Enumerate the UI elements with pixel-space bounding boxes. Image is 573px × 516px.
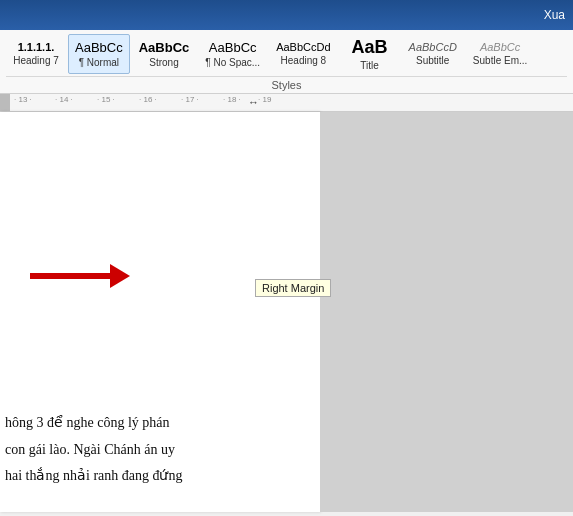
ruler-mark-17: · 17 · — [181, 95, 199, 104]
style-normal[interactable]: AaBbCc ¶ Normal — [68, 34, 130, 74]
ruler[interactable]: · 13 · · 14 · · 15 · · 16 · · 17 · · 18 … — [0, 94, 573, 112]
style-heading8[interactable]: AaBbCcDd Heading 8 — [269, 34, 337, 74]
resize-icon: ↔ — [248, 96, 257, 108]
style-preview-heading7: 1.1.1.1. — [18, 41, 55, 54]
style-preview-title: AaB — [352, 37, 388, 59]
ruler-mark-15: · 15 · — [97, 95, 115, 104]
doc-line-3: hai thắng nhải ranh đang đứng — [5, 465, 310, 487]
style-preview-nospace: AaBbCc — [209, 40, 257, 56]
username: Xua — [544, 8, 565, 22]
page-white[interactable]: hông 3 để nghe công lý phán con gái lào.… — [0, 112, 320, 512]
ruler-mark-14: · 14 · — [55, 95, 73, 104]
right-margin-handle[interactable]: ↔ — [248, 96, 257, 108]
arrow-line — [30, 273, 110, 279]
styles-ribbon: 1.1.1.1. Heading 7 AaBbCc ¶ Normal AaBbC… — [0, 30, 573, 94]
style-preview-heading8: AaBbCcDd — [276, 41, 330, 54]
style-label-heading7: Heading 7 — [13, 55, 59, 66]
arrow-head — [110, 264, 130, 288]
doc-line-2: con gái lào. Ngài Chánh án uy — [5, 439, 310, 461]
style-preview-normal: AaBbCc — [75, 40, 123, 56]
style-strong[interactable]: AaBbCc Strong — [132, 34, 197, 74]
style-preview-strong: AaBbCc — [139, 40, 190, 56]
top-bar: Xua — [0, 0, 573, 30]
style-preview-subtitle: AaBbCcD — [409, 41, 457, 54]
style-label-subtleem: Subtle Em... — [473, 55, 527, 66]
gray-sidebar — [320, 112, 573, 512]
doc-text: hông 3 để nghe công lý phán con gái lào.… — [5, 412, 310, 491]
doc-line-1: hông 3 để nghe công lý phán — [5, 412, 310, 434]
style-title[interactable]: AaB Title — [340, 34, 400, 74]
style-label-strong: Strong — [149, 57, 178, 68]
tooltip-right-margin: Right Margin — [255, 279, 331, 297]
styles-row: 1.1.1.1. Heading 7 AaBbCc ¶ Normal AaBbC… — [6, 34, 567, 74]
style-label-normal: ¶ Normal — [79, 57, 119, 68]
right-arrow — [30, 264, 130, 288]
styles-label: Styles — [6, 76, 567, 91]
style-nospace[interactable]: AaBbCc ¶ No Spac... — [198, 34, 267, 74]
style-label-nospace: ¶ No Spac... — [205, 57, 260, 68]
style-subtitle[interactable]: AaBbCcD Subtitle — [402, 34, 464, 74]
style-label-heading8: Heading 8 — [281, 55, 327, 66]
tooltip-text: Right Margin — [262, 282, 324, 294]
style-label-title: Title — [360, 60, 379, 71]
ruler-mark-13: · 13 · — [14, 95, 32, 104]
ruler-mark-16: · 16 · — [139, 95, 157, 104]
style-subtleem[interactable]: AaBbCc Subtle Em... — [466, 34, 534, 74]
style-label-subtitle: Subtitle — [416, 55, 449, 66]
ruler-mark-19: · 19 — [258, 95, 271, 104]
ruler-left-margin — [0, 94, 10, 111]
style-preview-subtleem: AaBbCc — [480, 41, 520, 54]
ruler-mark-18: · 18 · — [223, 95, 241, 104]
style-heading7[interactable]: 1.1.1.1. Heading 7 — [6, 34, 66, 74]
document-area: hông 3 để nghe công lý phán con gái lào.… — [0, 112, 573, 512]
